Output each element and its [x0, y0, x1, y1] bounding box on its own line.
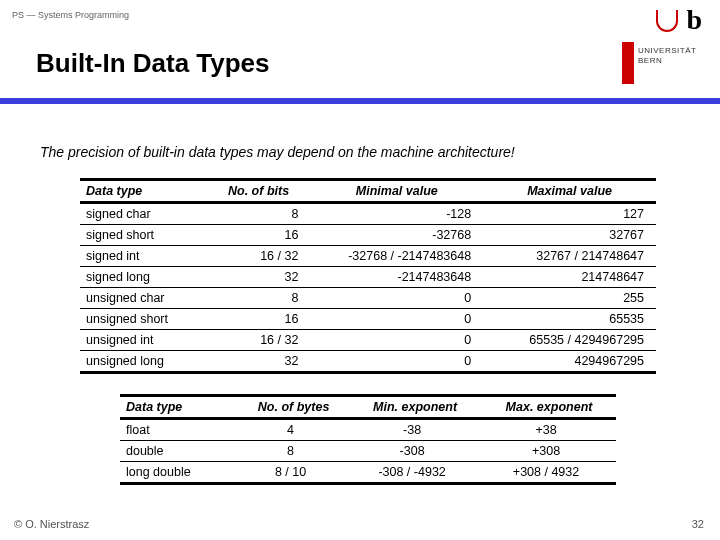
footer-author: © O. Nierstrasz: [14, 518, 89, 530]
table-cell: 8: [207, 288, 311, 309]
table-cell: 16 / 32: [207, 330, 311, 351]
col-header: Max. exponent: [482, 396, 616, 419]
table-cell: 8: [207, 203, 311, 225]
table-row: signed char8-128127: [80, 203, 656, 225]
table-row: unsigned short16065535: [80, 309, 656, 330]
university-logo: b UNIVERSITÄT BERN: [622, 4, 710, 96]
table-cell: 65535: [483, 309, 656, 330]
table-cell: 255: [483, 288, 656, 309]
table-cell: signed short: [80, 225, 207, 246]
table-cell: long double: [120, 462, 239, 484]
table-cell: signed long: [80, 267, 207, 288]
logo-line2: BERN: [638, 56, 662, 65]
table-cell: 16: [207, 309, 311, 330]
col-header: Maximal value: [483, 180, 656, 203]
page-number: 32: [692, 518, 704, 530]
page-title: Built-In Data Types: [36, 48, 270, 79]
table-cell: 0: [310, 288, 483, 309]
col-header: No. of bytes: [239, 396, 348, 419]
table-body: signed char8-128127signed short16-327683…: [80, 203, 656, 373]
table-cell: 32767: [483, 225, 656, 246]
table-cell: +38: [482, 419, 616, 441]
table-cell: +308 / 4932: [482, 462, 616, 484]
table-cell: 32767 / 214748647: [483, 246, 656, 267]
table-cell: -308: [348, 441, 482, 462]
col-header: No. of bits: [207, 180, 311, 203]
table-row: signed short16-3276832767: [80, 225, 656, 246]
table-cell: unsigned int: [80, 330, 207, 351]
col-header: Data type: [120, 396, 239, 419]
table-cell: 0: [310, 330, 483, 351]
slide: PS — Systems Programming Built-In Data T…: [0, 0, 720, 540]
logo-text: UNIVERSITÄT BERN: [638, 46, 696, 65]
col-header: Minimal value: [310, 180, 483, 203]
table-cell: float: [120, 419, 239, 441]
table-cell: signed char: [80, 203, 207, 225]
table-cell: 0: [310, 351, 483, 373]
table-cell: unsigned short: [80, 309, 207, 330]
table-cell: 0: [310, 309, 483, 330]
table-cell: 16: [207, 225, 311, 246]
table-header-row: Data type No. of bytes Min. exponent Max…: [120, 396, 616, 419]
table-cell: -38: [348, 419, 482, 441]
table-cell: -32768 / -2147483648: [310, 246, 483, 267]
table-cell: -2147483648: [310, 267, 483, 288]
table-row: long double8 / 10-308 / -4932+308 / 4932: [120, 462, 616, 484]
table-cell: 65535 / 4294967295: [483, 330, 656, 351]
table-row: double8-308+308: [120, 441, 616, 462]
logo-letter-b: b: [686, 4, 702, 36]
col-header: Data type: [80, 180, 207, 203]
table-header-row: Data type No. of bits Minimal value Maxi…: [80, 180, 656, 203]
table-row: unsigned char80255: [80, 288, 656, 309]
table-row: unsigned long3204294967295: [80, 351, 656, 373]
table-cell: 4294967295: [483, 351, 656, 373]
col-header: Min. exponent: [348, 396, 482, 419]
table-cell: 16 / 32: [207, 246, 311, 267]
table-row: signed int16 / 32-32768 / -2147483648327…: [80, 246, 656, 267]
table-cell: 4: [239, 419, 348, 441]
table-cell: -32768: [310, 225, 483, 246]
table-cell: signed int: [80, 246, 207, 267]
integer-types-table: Data type No. of bits Minimal value Maxi…: [80, 178, 656, 374]
table-row: float4-38+38: [120, 419, 616, 441]
table-cell: -308 / -4932: [348, 462, 482, 484]
intro-text: The precision of built-in data types may…: [40, 144, 690, 160]
table-cell: unsigned long: [80, 351, 207, 373]
table-cell: -128: [310, 203, 483, 225]
table-cell: 32: [207, 267, 311, 288]
logo-u-shape: [656, 10, 678, 32]
table-cell: 127: [483, 203, 656, 225]
table-cell: 8: [239, 441, 348, 462]
table-row: unsigned int16 / 32065535 / 4294967295: [80, 330, 656, 351]
logo-line1: UNIVERSITÄT: [638, 46, 696, 55]
table-row: signed long32-2147483648214748647: [80, 267, 656, 288]
logo-red-bar: UNIVERSITÄT BERN: [622, 42, 710, 84]
table-cell: 8 / 10: [239, 462, 348, 484]
table-body: float4-38+38double8-308+308long double8 …: [120, 419, 616, 484]
table-cell: 32: [207, 351, 311, 373]
table-cell: unsigned char: [80, 288, 207, 309]
header-divider: [0, 98, 720, 104]
float-types-table: Data type No. of bytes Min. exponent Max…: [120, 394, 616, 485]
table-cell: +308: [482, 441, 616, 462]
float-types-table-wrap: Data type No. of bytes Min. exponent Max…: [120, 394, 616, 485]
table-cell: 214748647: [483, 267, 656, 288]
integer-types-table-wrap: Data type No. of bits Minimal value Maxi…: [80, 178, 656, 374]
course-label: PS — Systems Programming: [12, 10, 129, 20]
table-cell: double: [120, 441, 239, 462]
